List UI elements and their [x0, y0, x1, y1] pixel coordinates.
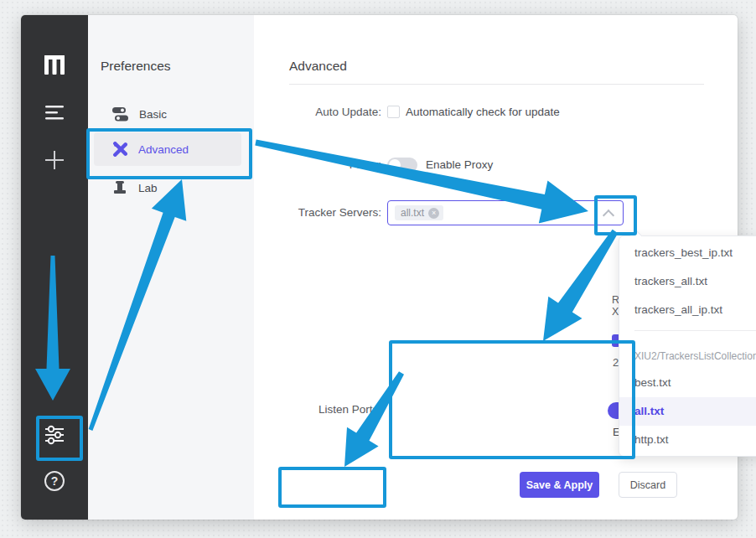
listen-ports-label: Listen Ports:	[247, 402, 381, 417]
preferences-panel: Preferences Basic Advanced	[88, 15, 254, 520]
task-list-icon	[44, 104, 65, 121]
sidebar-item-label: Advanced	[138, 143, 189, 156]
preferences-button[interactable]	[21, 422, 88, 447]
dropdown-divider	[634, 330, 756, 331]
tag-label: all.txt	[401, 207, 424, 219]
sidebar: ?	[21, 15, 88, 520]
dropdown-option[interactable]: trackers_all_ip.txt	[619, 296, 756, 324]
proxy-label: Proxy:	[247, 158, 381, 173]
sidebar-item-lab[interactable]: Lab	[94, 173, 241, 203]
task-list-button[interactable]	[21, 104, 88, 121]
title-divider	[289, 84, 704, 85]
motrix-logo-icon	[44, 54, 65, 75]
tag-close-icon[interactable]: ×	[428, 208, 439, 219]
main-content: Advanced Auto Update: Automatically chec…	[254, 15, 738, 520]
sidebar-item-label: Lab	[138, 182, 158, 194]
panel-title: Preferences	[101, 59, 171, 74]
proxy-toggle[interactable]	[387, 158, 417, 173]
tracker-servers-label: Tracker Servers:	[247, 205, 381, 220]
screenshot-stage: ? Preferences Basic	[0, 0, 756, 538]
auto-update-label: Auto Update:	[247, 105, 381, 120]
plus-icon	[44, 149, 65, 171]
help-button[interactable]: ?	[21, 471, 88, 491]
dropdown-group-label: XIU2/TrackersListCollection	[619, 344, 756, 369]
app-logo	[21, 54, 88, 75]
auto-update-checkbox[interactable]	[387, 106, 400, 118]
proxy-option-label: Enable Proxy	[426, 158, 493, 173]
sidebar-item-label: Basic	[139, 108, 167, 121]
save-apply-button[interactable]: Save & Apply	[520, 472, 599, 498]
dropdown-option[interactable]: trackers_all.txt	[619, 267, 756, 296]
discard-button[interactable]: Discard	[619, 472, 677, 498]
question-icon: ?	[44, 471, 65, 491]
dropdown-option[interactable]: best.txt	[619, 369, 756, 397]
chevron-up-icon[interactable]	[603, 210, 614, 221]
app-window: ? Preferences Basic	[21, 15, 738, 520]
selected-tag[interactable]: all.txt ×	[395, 205, 443, 220]
tools-icon	[112, 142, 127, 157]
basic-toggles-icon	[112, 107, 128, 122]
add-task-button[interactable]	[21, 149, 88, 171]
tracker-source-dropdown: trackers_best_ip.txt trackers_all.txt tr…	[619, 235, 756, 457]
lab-stamp-icon	[112, 181, 127, 194]
auto-update-option-label: Automatically check for update	[406, 105, 560, 120]
dropdown-option[interactable]: trackers_best_ip.txt	[619, 239, 756, 267]
page-title: Advanced	[289, 59, 347, 74]
toggle-knob	[389, 159, 401, 171]
dropdown-option[interactable]: http.txt	[619, 426, 756, 454]
sidebar-item-advanced[interactable]: Advanced	[94, 132, 241, 166]
dropdown-option-selected[interactable]: all.txt ✓	[619, 397, 756, 426]
tracker-servers-select[interactable]: all.txt ×	[387, 200, 624, 225]
sidebar-item-basic[interactable]: Basic	[94, 99, 241, 129]
sliders-icon	[42, 422, 67, 447]
